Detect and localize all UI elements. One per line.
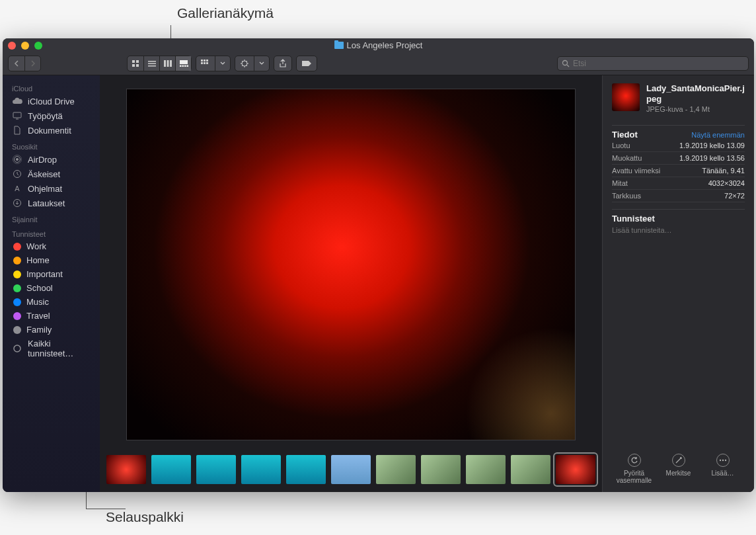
info-panel: Lady_SantaMonicaPier.jpeg JPEG-kuva - 1,… — [602, 75, 754, 492]
thumbnail[interactable] — [466, 455, 506, 484]
sidebar-item-label: School — [26, 283, 53, 293]
tag-button[interactable] — [297, 56, 317, 71]
rotate-left-action[interactable]: Pyöritä vasemmalle — [612, 454, 656, 484]
toolbar — [3, 52, 754, 75]
tag-dot-icon — [13, 243, 21, 251]
markup-action[interactable]: Merkitse — [656, 454, 700, 484]
svg-point-33 — [719, 460, 720, 461]
cloud-icon — [12, 96, 22, 106]
info-row: Muokattu1.9.2019 kello 13.56 — [612, 152, 745, 165]
tag-dot-icon — [13, 257, 21, 265]
tag-dot-icon — [13, 312, 21, 320]
svg-rect-10 — [180, 60, 188, 64]
sidebar-item-label: Music — [26, 297, 49, 307]
markup-label: Merkitse — [666, 470, 691, 477]
thumbnail[interactable] — [511, 455, 550, 484]
search-input[interactable] — [573, 59, 744, 68]
thumbnail[interactable] — [106, 455, 146, 484]
sidebar-item[interactable]: Lataukset — [3, 196, 100, 210]
info-section-title: Tiedot — [612, 130, 638, 140]
tag-dot-icon — [13, 326, 21, 334]
sidebar-item[interactable]: Äskeiset — [3, 167, 100, 181]
svg-rect-20 — [206, 62, 208, 64]
svg-rect-1 — [136, 60, 139, 63]
maximize-button[interactable] — [34, 42, 42, 50]
sidebar-section-header: Sijainnit — [3, 210, 100, 225]
list-view-button[interactable] — [143, 56, 159, 71]
thumbnail[interactable] — [286, 455, 326, 484]
info-key: Tarkkuus — [612, 192, 641, 200]
sidebar-item[interactable]: Dokumentit — [3, 123, 100, 138]
tag-dot-icon — [13, 298, 21, 306]
nav-buttons — [8, 56, 41, 71]
column-view-button[interactable] — [159, 56, 175, 71]
sidebar-item-label: iCloud Drive — [28, 97, 75, 106]
more-action[interactable]: Lisää… — [700, 454, 745, 484]
search-field[interactable] — [557, 56, 749, 71]
sidebar-item[interactable]: Work — [3, 239, 100, 253]
thumbnail[interactable] — [556, 455, 595, 484]
action-button[interactable] — [235, 56, 254, 71]
tag-dot-icon — [13, 284, 21, 292]
svg-rect-16 — [204, 60, 206, 62]
sidebar-item[interactable]: Home — [3, 253, 100, 267]
info-row: Luotu1.9.2019 kello 13.09 — [612, 140, 745, 152]
sidebar-item-label: Dokumentit — [28, 126, 71, 136]
sidebar-item[interactable]: Työpöytä — [3, 108, 100, 123]
sidebar-item[interactable]: Travel — [3, 309, 100, 323]
svg-point-26 — [16, 158, 19, 161]
sidebar-item[interactable]: iCloud Drive — [3, 94, 100, 108]
svg-rect-18 — [201, 62, 203, 64]
gallery-view-button[interactable] — [175, 56, 191, 71]
sidebar-item[interactable]: AOhjelmat — [3, 181, 100, 196]
minimize-button[interactable] — [21, 42, 29, 50]
sidebar-item[interactable]: School — [3, 281, 100, 295]
thumbnail[interactable] — [151, 455, 191, 484]
search-icon — [562, 60, 570, 67]
sidebar-section-header: Suosikit — [3, 138, 100, 152]
info-key: Muokattu — [612, 154, 642, 162]
thumbnail[interactable] — [331, 455, 371, 484]
quick-actions: Pyöritä vasemmalle Merkitse Lisää… — [612, 447, 745, 484]
info-value: 1.9.2019 kello 13.09 — [679, 142, 745, 149]
share-button[interactable] — [274, 56, 291, 71]
thumbnail[interactable] — [421, 455, 461, 484]
group-menu-button[interactable] — [215, 56, 230, 71]
info-row: Mitat4032×3024 — [612, 177, 745, 190]
group-button[interactable] — [196, 56, 215, 71]
sidebar-item[interactable]: Kaikki tunnisteet… — [3, 337, 100, 360]
svg-line-23 — [567, 65, 569, 67]
svg-point-22 — [563, 61, 568, 65]
sidebar-item[interactable]: AirDrop — [3, 152, 100, 167]
sidebar-item-label: Kaikki tunnisteet… — [28, 339, 91, 358]
tags-input[interactable]: Lisää tunnisteita… — [612, 226, 745, 234]
app-icon: A — [12, 183, 22, 194]
show-more-link[interactable]: Näytä enemmän — [691, 131, 745, 139]
sidebar-item[interactable]: Family — [3, 323, 100, 337]
svg-point-32 — [14, 345, 20, 352]
sidebar-item[interactable]: Music — [3, 295, 100, 309]
thumbnail[interactable] — [196, 455, 236, 484]
back-button[interactable] — [9, 56, 24, 71]
sidebar-item[interactable]: Important — [3, 267, 100, 281]
action-menu-button[interactable] — [254, 56, 269, 71]
scrub-bar[interactable] — [100, 452, 602, 492]
info-row: Tarkkuus72×72 — [612, 190, 745, 202]
svg-rect-7 — [164, 60, 166, 67]
close-button[interactable] — [8, 42, 16, 50]
sidebar-item-label: Työpöytä — [28, 111, 63, 121]
svg-point-35 — [724, 460, 726, 461]
forward-button[interactable] — [24, 56, 40, 71]
thumbnail[interactable] — [376, 455, 416, 484]
titlebar[interactable]: Los Angeles Project — [3, 38, 754, 52]
info-row: Avattu viimeksiTänään, 9.41 — [612, 165, 745, 177]
sidebar-item-label: Ohjelmat — [28, 184, 62, 194]
svg-rect-15 — [201, 60, 203, 62]
rotate-label: Pyöritä vasemmalle — [612, 470, 656, 484]
svg-rect-4 — [148, 61, 156, 62]
icon-view-button[interactable] — [128, 56, 143, 71]
thumbnail[interactable] — [241, 455, 281, 484]
info-key: Luotu — [612, 142, 630, 149]
preview-image[interactable] — [126, 89, 576, 440]
svg-rect-12 — [182, 65, 184, 67]
